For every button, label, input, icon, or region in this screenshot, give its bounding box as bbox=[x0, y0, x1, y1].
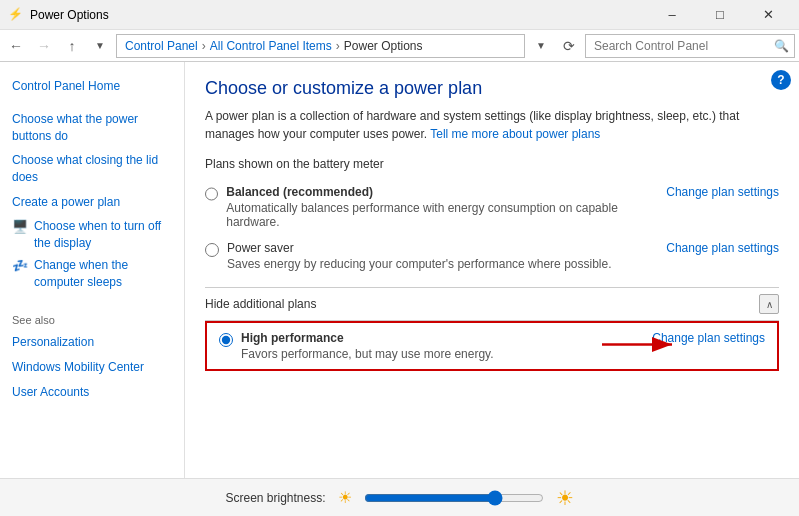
sidebar-item-personalization[interactable]: Personalization bbox=[0, 330, 184, 355]
sidebar-item-closing-lid[interactable]: Choose what closing the lid does bbox=[0, 148, 184, 190]
path-separator-1: › bbox=[202, 39, 206, 53]
maximize-button[interactable]: □ bbox=[697, 0, 743, 30]
plan-power-saver-name: Power saver bbox=[227, 241, 612, 255]
content-description: A power plan is a collection of hardware… bbox=[205, 107, 779, 143]
plan-power-saver-left: Power saver Saves energy by reducing you… bbox=[205, 241, 612, 271]
plan-high-perf-desc: Favors performance, but may use more ene… bbox=[241, 347, 494, 361]
sidebar-item-change-sleep-label: Change when the computer sleeps bbox=[34, 257, 172, 291]
brightness-sun-left-icon: ☀ bbox=[338, 488, 352, 507]
path-separator-2: › bbox=[336, 39, 340, 53]
sidebar-item-turn-off-display-label: Choose when to turn off the display bbox=[34, 218, 172, 252]
plan-high-perf-row: High performance Favors performance, but… bbox=[219, 331, 765, 361]
change-plan-balanced-link[interactable]: Change plan settings bbox=[666, 185, 779, 199]
up-button[interactable]: ↑ bbox=[60, 34, 84, 58]
plan-item-power-saver: Power saver Saves energy by reducing you… bbox=[205, 235, 779, 277]
change-plan-high-perf-link[interactable]: Change plan settings bbox=[652, 331, 765, 345]
address-path[interactable]: Control Panel › All Control Panel Items … bbox=[116, 34, 525, 58]
path-control-panel[interactable]: Control Panel bbox=[125, 39, 198, 53]
main-container: Control Panel Home Choose what the power… bbox=[0, 62, 799, 478]
plan-balanced-name: Balanced (recommended) bbox=[226, 185, 650, 199]
plan-balanced-left: Balanced (recommended) Automatically bal… bbox=[205, 185, 650, 229]
close-button[interactable]: ✕ bbox=[745, 0, 791, 30]
plan-power-saver-radio[interactable] bbox=[205, 243, 219, 257]
brightness-slider[interactable] bbox=[364, 490, 544, 506]
see-also-title: See also bbox=[0, 310, 184, 330]
title-bar: ⚡ Power Options – □ ✕ bbox=[0, 0, 799, 30]
search-input[interactable] bbox=[585, 34, 795, 58]
address-bar: ← → ↑ ▼ Control Panel › All Control Pane… bbox=[0, 30, 799, 62]
path-all-items[interactable]: All Control Panel Items bbox=[210, 39, 332, 53]
battery-section-label: Plans shown on the battery meter bbox=[205, 157, 779, 171]
sidebar-item-turn-off-display[interactable]: 🖥️ Choose when to turn off the display bbox=[0, 215, 184, 255]
display-icon: 🖥️ bbox=[12, 218, 28, 236]
sidebar-item-change-sleep[interactable]: 💤 Change when the computer sleeps bbox=[0, 254, 184, 294]
plan-high-perf-info: High performance Favors performance, but… bbox=[241, 331, 494, 361]
bottom-bar: Screen brightness: ☀ ☀ bbox=[0, 478, 799, 516]
plan-balanced-info: Balanced (recommended) Automatically bal… bbox=[226, 185, 650, 229]
recent-locations-button[interactable]: ▼ bbox=[88, 34, 112, 58]
plan-high-perf-name: High performance bbox=[241, 331, 494, 345]
path-current: Power Options bbox=[344, 39, 423, 53]
content-area: Choose or customize a power plan A power… bbox=[185, 62, 799, 478]
sidebar-item-mobility-center[interactable]: Windows Mobility Center bbox=[0, 355, 184, 380]
plan-power-saver-info: Power saver Saves energy by reducing you… bbox=[227, 241, 612, 271]
app-window: ⚡ Power Options – □ ✕ ← → ↑ ▼ Control Pa… bbox=[0, 0, 799, 516]
see-also-section: See also Personalization Windows Mobilit… bbox=[0, 310, 184, 404]
collapse-button[interactable]: ∧ bbox=[759, 294, 779, 314]
search-icon: 🔍 bbox=[774, 39, 789, 53]
sidebar-item-power-buttons[interactable]: Choose what the power buttons do bbox=[0, 107, 184, 149]
plan-high-perf-left: High performance Favors performance, but… bbox=[219, 331, 494, 361]
sidebar-item-create-plan[interactable]: Create a power plan bbox=[0, 190, 184, 215]
plan-balanced-desc: Automatically balances performance with … bbox=[226, 201, 650, 229]
app-icon: ⚡ bbox=[8, 7, 24, 23]
window-controls: – □ ✕ bbox=[649, 0, 791, 30]
additional-plans-header[interactable]: Hide additional plans ∧ bbox=[205, 287, 779, 321]
sidebar-item-control-panel-home[interactable]: Control Panel Home bbox=[0, 74, 184, 99]
change-plan-power-saver-link[interactable]: Change plan settings bbox=[666, 241, 779, 255]
sidebar: Control Panel Home Choose what the power… bbox=[0, 62, 185, 478]
window-title: Power Options bbox=[30, 8, 649, 22]
minimize-button[interactable]: – bbox=[649, 0, 695, 30]
brightness-label: Screen brightness: bbox=[225, 491, 325, 505]
help-button[interactable]: ? bbox=[771, 70, 791, 90]
plan-power-saver-desc: Saves energy by reducing your computer's… bbox=[227, 257, 612, 271]
plan-high-perf-radio[interactable] bbox=[219, 333, 233, 347]
forward-button[interactable]: → bbox=[32, 34, 56, 58]
additional-plans-title: Hide additional plans bbox=[205, 297, 316, 311]
search-wrapper: 🔍 bbox=[585, 34, 795, 58]
sleep-icon: 💤 bbox=[12, 257, 28, 275]
refresh-button[interactable]: ⟳ bbox=[557, 34, 581, 58]
page-title: Choose or customize a power plan bbox=[205, 78, 779, 99]
learn-more-link[interactable]: Tell me more about power plans bbox=[430, 127, 600, 141]
sidebar-item-user-accounts[interactable]: User Accounts bbox=[0, 380, 184, 405]
path-dropdown-button[interactable]: ▼ bbox=[529, 34, 553, 58]
plan-item-high-performance: High performance Favors performance, but… bbox=[205, 321, 779, 371]
plan-balanced-radio[interactable] bbox=[205, 187, 218, 201]
plan-item-balanced: Balanced (recommended) Automatically bal… bbox=[205, 179, 779, 235]
back-button[interactable]: ← bbox=[4, 34, 28, 58]
brightness-sun-right-icon: ☀ bbox=[556, 486, 574, 510]
